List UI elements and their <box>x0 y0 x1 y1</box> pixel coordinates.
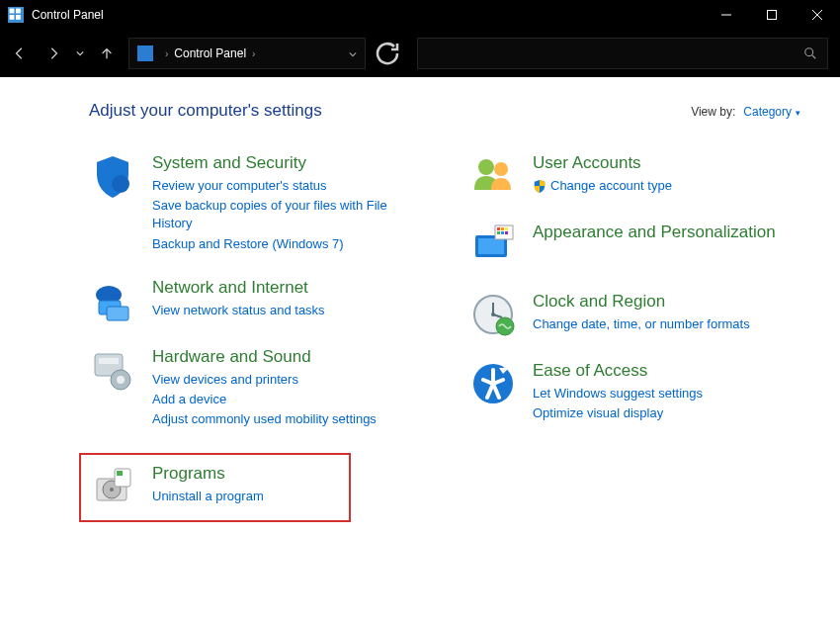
category-title[interactable]: System and Security <box>152 152 420 174</box>
highlighted-category: Programs Uninstall a program <box>79 453 351 522</box>
svg-point-25 <box>494 162 508 176</box>
svg-rect-3 <box>10 15 15 20</box>
personalize-icon <box>469 222 517 269</box>
svg-point-18 <box>117 376 125 384</box>
address-icon <box>137 45 153 61</box>
svg-rect-6 <box>768 11 777 20</box>
category-link[interactable]: Change date, time, or number formats <box>533 315 800 333</box>
back-button[interactable] <box>4 38 36 69</box>
category-link[interactable]: Uninstall a program <box>152 488 341 505</box>
chevron-right-icon[interactable]: › <box>252 48 255 59</box>
address-bar[interactable]: › Control Panel › <box>128 38 366 69</box>
category-title[interactable]: Appearance and Personalization <box>533 222 800 243</box>
address-dropdown[interactable] <box>349 46 357 61</box>
svg-rect-33 <box>501 231 504 234</box>
category-link[interactable]: Review your computer's status <box>152 177 420 195</box>
category-title[interactable]: Clock and Region <box>533 291 800 313</box>
category-link[interactable]: Backup and Restore (Windows 7) <box>152 235 420 253</box>
category-network-internet: Network and Internet View network status… <box>89 277 420 324</box>
left-column: System and Security Review your computer… <box>89 152 420 522</box>
svg-rect-30 <box>501 227 504 230</box>
category-title[interactable]: Hardware and Sound <box>152 346 420 368</box>
category-title[interactable]: Ease of Access <box>533 360 800 382</box>
category-link[interactable]: Optimize visual display <box>533 404 800 422</box>
category-hardware-sound: Hardware and Sound View devices and prin… <box>89 346 420 431</box>
maximize-button[interactable] <box>749 0 795 30</box>
hardware-icon <box>89 346 136 394</box>
category-link[interactable]: Change account type <box>533 177 800 195</box>
right-column: User Accounts Change account type Appear… <box>469 152 800 522</box>
network-icon <box>89 277 136 324</box>
svg-point-11 <box>112 175 129 193</box>
titlebar: Control Panel <box>0 0 840 30</box>
clock-icon <box>469 291 517 338</box>
search-input[interactable] <box>417 38 828 69</box>
category-link[interactable]: Let Windows suggest settings <box>533 385 800 402</box>
ease-icon <box>469 360 517 407</box>
category-system-security: System and Security Review your computer… <box>89 152 420 255</box>
svg-rect-34 <box>505 231 508 234</box>
category-link[interactable]: View devices and printers <box>152 371 420 389</box>
category-user-accounts: User Accounts Change account type <box>469 152 800 200</box>
forward-button[interactable] <box>38 38 69 69</box>
svg-rect-14 <box>107 307 128 320</box>
svg-point-9 <box>805 48 813 56</box>
users-icon <box>469 152 517 200</box>
svg-rect-2 <box>16 9 21 14</box>
category-title[interactable]: User Accounts <box>533 152 800 174</box>
programs-icon <box>89 463 136 510</box>
category-link[interactable]: Add a device <box>152 391 420 408</box>
svg-rect-27 <box>478 238 504 254</box>
minimize-button[interactable] <box>704 0 749 30</box>
category-ease-of-access: Ease of Access Let Windows suggest setti… <box>469 360 800 424</box>
refresh-button[interactable] <box>372 38 403 69</box>
svg-rect-16 <box>99 358 119 364</box>
shield-icon <box>89 152 136 200</box>
recent-dropdown[interactable] <box>71 38 89 69</box>
svg-point-24 <box>478 159 494 175</box>
svg-rect-1 <box>10 9 15 14</box>
app-icon <box>8 7 24 23</box>
viewby-dropdown[interactable]: Category▾ <box>743 105 800 119</box>
category-link[interactable]: Adjust commonly used mobility settings <box>152 410 420 428</box>
svg-point-21 <box>110 488 114 492</box>
page-title: Adjust your computer's settings <box>89 101 691 121</box>
window-title: Control Panel <box>32 8 704 22</box>
search-icon <box>803 46 817 60</box>
category-clock-region: Clock and Region Change date, time, or n… <box>469 291 800 338</box>
svg-rect-23 <box>117 471 123 476</box>
category-link[interactable]: Save backup copies of your files with Fi… <box>152 197 420 232</box>
svg-rect-4 <box>16 15 21 20</box>
svg-rect-31 <box>505 227 508 230</box>
breadcrumb-root[interactable]: Control Panel <box>174 46 246 60</box>
svg-rect-32 <box>497 231 500 234</box>
viewby-label: View by: <box>691 105 735 119</box>
toolbar: › Control Panel › <box>0 30 840 77</box>
close-button[interactable] <box>795 0 840 30</box>
category-appearance: Appearance and Personalization <box>469 222 800 269</box>
category-programs: Programs Uninstall a program <box>89 463 341 510</box>
category-link[interactable]: View network status and tasks <box>152 302 420 319</box>
svg-rect-29 <box>497 227 500 230</box>
uac-shield-icon <box>533 179 546 193</box>
up-button[interactable] <box>91 38 123 69</box>
category-title[interactable]: Programs <box>152 463 341 485</box>
content-area: Adjust your computer's settings View by:… <box>0 77 840 626</box>
category-title[interactable]: Network and Internet <box>152 277 420 299</box>
svg-line-10 <box>812 55 816 59</box>
chevron-right-icon: › <box>165 48 168 59</box>
